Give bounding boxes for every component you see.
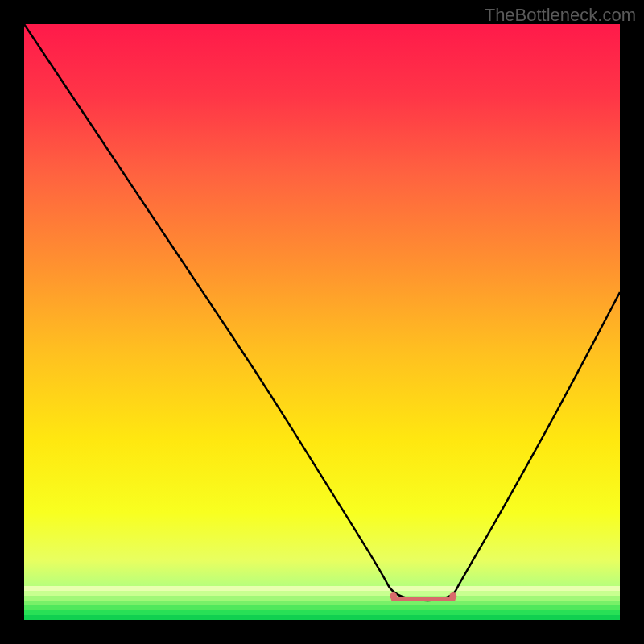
right-marker-icon bbox=[449, 592, 456, 600]
watermark-text: TheBottleneck.com bbox=[485, 5, 636, 26]
left-marker-icon bbox=[390, 592, 397, 600]
chart-area bbox=[24, 24, 620, 620]
bottleneck-curve bbox=[24, 24, 620, 601]
curve-svg bbox=[24, 24, 620, 620]
